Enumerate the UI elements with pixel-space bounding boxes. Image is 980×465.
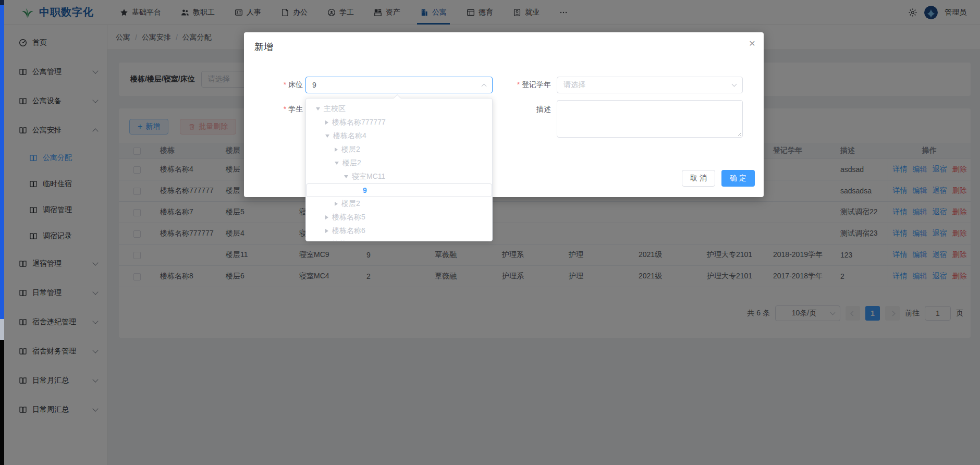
description-label: 描述 xyxy=(494,105,551,114)
close-icon[interactable]: × xyxy=(749,38,755,48)
bed-select-input[interactable] xyxy=(312,81,477,89)
tree-node[interactable]: 楼栋名称777777 xyxy=(306,116,492,129)
caret-down-icon xyxy=(335,162,339,165)
tree-node[interactable]: 主校区 xyxy=(306,102,492,116)
tree-node-label: 主校区 xyxy=(324,104,346,114)
tree-node[interactable]: 楼栋名称 xyxy=(306,238,492,241)
caret-down-icon xyxy=(325,134,329,138)
register-year-label: 登记学年 xyxy=(494,80,551,90)
tree-node[interactable]: 楼栋名称6 xyxy=(306,224,492,238)
tree-node[interactable]: 楼层2 xyxy=(306,156,492,170)
tree-node[interactable]: 寝室MC11 xyxy=(306,170,492,183)
strip-scroll-thumb[interactable] xyxy=(0,319,4,340)
confirm-button[interactable]: 确 定 xyxy=(721,170,755,187)
caret-right-icon xyxy=(325,215,328,219)
tree-node[interactable]: 楼层2 xyxy=(306,143,492,156)
student-label: 学生 xyxy=(254,105,303,114)
tree-node-label: 寝室MC11 xyxy=(352,172,385,181)
bed-tree-dropdown: 主校区楼栋名称777777楼栋名称4楼层2楼层2寝室MC119楼层2楼栋名称5楼… xyxy=(305,98,493,241)
tree-node-label: 楼栋名称6 xyxy=(332,226,365,236)
bed-select[interactable] xyxy=(305,77,493,93)
tree-node-label: 楼栋名称 xyxy=(332,240,361,241)
cancel-button[interactable]: 取 消 xyxy=(682,170,715,187)
tree-node-label: 楼栋名称4 xyxy=(333,131,366,141)
dialog-title: 新增 xyxy=(254,41,273,53)
caret-right-icon xyxy=(325,120,328,125)
bed-label: 床位 xyxy=(254,80,303,90)
caret-right-icon xyxy=(325,229,328,233)
register-year-placeholder: 请选择 xyxy=(564,80,585,90)
strip-black-segment xyxy=(0,340,4,465)
caret-down-icon xyxy=(316,107,320,111)
tree-node-label: 楼层2 xyxy=(342,158,361,168)
tree-node-label: 楼栋名称777777 xyxy=(332,118,386,127)
tree-node[interactable]: 9 xyxy=(306,183,492,197)
chevron-up-icon xyxy=(482,83,487,89)
tree-node-label: 楼层2 xyxy=(341,145,360,154)
tree-node[interactable]: 楼栋名称5 xyxy=(306,211,492,224)
description-textarea[interactable] xyxy=(557,100,743,138)
register-year-select[interactable]: 请选择 xyxy=(557,77,743,93)
strip-dark-segment xyxy=(0,0,4,5)
tree-node-label: 楼层2 xyxy=(341,199,360,209)
tree-node-label: 9 xyxy=(363,186,367,194)
caret-right-icon xyxy=(335,202,338,206)
caret-right-icon xyxy=(335,148,338,152)
resize-handle-icon[interactable] xyxy=(737,131,741,136)
tree-node-label: 楼栋名称5 xyxy=(332,213,365,222)
tree-node[interactable]: 楼栋名称4 xyxy=(306,129,492,143)
strip-blue-segment xyxy=(0,5,4,319)
caret-down-icon xyxy=(344,175,348,178)
chevron-down-icon xyxy=(732,81,737,87)
screen-edge-strip xyxy=(0,0,4,465)
tree-node[interactable]: 楼层2 xyxy=(306,197,492,211)
